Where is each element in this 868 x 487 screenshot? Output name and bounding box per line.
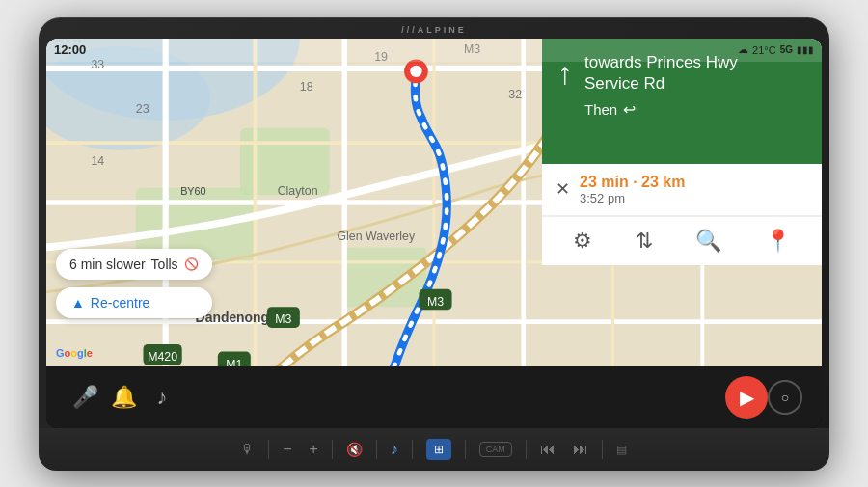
- battery-icon: ▮▮▮: [797, 44, 814, 55]
- nav-eta: 3:52 pm: [580, 191, 808, 205]
- tolls-icon: 🚫: [184, 257, 199, 271]
- physical-plus-button[interactable]: +: [304, 441, 324, 458]
- grid-icon: ⊞: [426, 439, 451, 460]
- svg-text:M1: M1: [226, 357, 242, 365]
- nav-time: 23 min · 23 km: [580, 174, 808, 191]
- svg-text:Glen Waverley: Glen Waverley: [337, 229, 415, 242]
- home-button[interactable]: ○: [768, 380, 802, 415]
- svg-text:M3: M3: [275, 312, 291, 326]
- google-logo: Google: [56, 347, 93, 359]
- map-area[interactable]: Clayton Glen Waverley Dandenong M1 M3 M3…: [46, 39, 822, 366]
- svg-text:18: 18: [300, 80, 313, 94]
- direction-text: towards Princes Hwy Service Rd Then ↩: [584, 52, 738, 119]
- location-pin-icon[interactable]: 📍: [765, 229, 791, 254]
- status-right: ☁ 21°C 5G ▮▮▮: [738, 43, 814, 56]
- svg-point-20: [410, 65, 421, 76]
- cam-label: CAM: [479, 442, 512, 457]
- svg-text:14: 14: [91, 154, 104, 168]
- physical-next-button[interactable]: ⏭: [567, 441, 594, 458]
- recentre-label: Re-centre: [91, 295, 149, 311]
- recentre-button[interactable]: ▲ Re-centre: [56, 287, 212, 318]
- physical-mic-button[interactable]: 🎙: [235, 442, 260, 457]
- divider-7: [602, 440, 603, 459]
- music-button[interactable]: ♪: [143, 378, 181, 417]
- svg-text:Clayton: Clayton: [278, 184, 318, 198]
- screen: Clayton Glen Waverley Dandenong M1 M3 M3…: [46, 39, 822, 428]
- physical-grid-button[interactable]: ⊞: [420, 439, 457, 460]
- svg-text:M3: M3: [427, 294, 444, 308]
- temperature: 21°C: [752, 44, 776, 56]
- status-time: 12:00: [54, 42, 86, 57]
- slower-text: 6 min slower: [69, 257, 146, 272]
- tolls-text: Tolls: [151, 257, 178, 272]
- recentre-arrow-icon: ▲: [71, 295, 85, 311]
- nav-tools: ⚙ ⇅ 🔍 📍: [542, 216, 822, 265]
- map-overlay-left: 6 min slower Tolls 🚫 ▲ Re-centre: [56, 249, 212, 318]
- divider-4: [412, 440, 413, 459]
- then-turn-icon: ↩: [623, 100, 636, 119]
- svg-text:M420: M420: [148, 349, 177, 363]
- settings-icon[interactable]: ⚙: [573, 229, 592, 254]
- physical-mute-button[interactable]: 🔇: [340, 442, 368, 457]
- close-button[interactable]: ✕: [556, 178, 570, 200]
- notifications-button[interactable]: 🔔: [104, 378, 143, 417]
- physical-music-button[interactable]: ♪: [385, 441, 404, 458]
- divider-6: [526, 440, 527, 459]
- route-options-icon[interactable]: ⇅: [636, 229, 653, 254]
- divider-5: [465, 440, 466, 459]
- device-frame: ///ALPINE: [39, 17, 829, 471]
- nav-panel: ↑ towards Princes Hwy Service Rd Then ↩: [542, 39, 822, 366]
- brand-label: ///ALPINE: [401, 25, 467, 35]
- mic-button[interactable]: 🎤: [66, 378, 104, 417]
- nav-info-strip: ✕ 23 min · 23 km 3:52 pm: [542, 164, 822, 216]
- bottom-toolbar: 🎤 🔔 ♪ ▶ ○: [46, 366, 822, 428]
- search-icon[interactable]: 🔍: [695, 229, 721, 254]
- physical-prev-button[interactable]: ⏮: [534, 441, 561, 458]
- svg-text:32: 32: [508, 87, 522, 100]
- physical-camera-button[interactable]: CAM: [474, 442, 518, 457]
- network-indicator: 5G: [780, 44, 793, 55]
- physical-controls-bar: 🎙 − + 🔇 ♪ ⊞ CAM ⏮ ⏭ ▤: [39, 428, 829, 471]
- svg-text:23: 23: [136, 102, 149, 116]
- divider-3: [376, 440, 377, 459]
- svg-text:BY60: BY60: [180, 185, 205, 197]
- divider-2: [332, 440, 333, 459]
- divider-1: [268, 440, 269, 459]
- physical-speaker-button[interactable]: ▤: [610, 443, 633, 456]
- weather-icon: ☁: [738, 43, 748, 56]
- screen-content: Clayton Glen Waverley Dandenong M1 M3 M3…: [46, 39, 822, 428]
- direction-then: Then ↩: [584, 100, 738, 119]
- physical-minus-button[interactable]: −: [277, 441, 297, 458]
- nav-time-distance: 23 min · 23 km 3:52 pm: [580, 174, 808, 205]
- slower-badge: 6 min slower Tolls 🚫: [56, 249, 212, 280]
- play-button[interactable]: ▶: [725, 376, 768, 419]
- status-bar: 12:00 ☁ 21°C 5G ▮▮▮: [46, 39, 822, 62]
